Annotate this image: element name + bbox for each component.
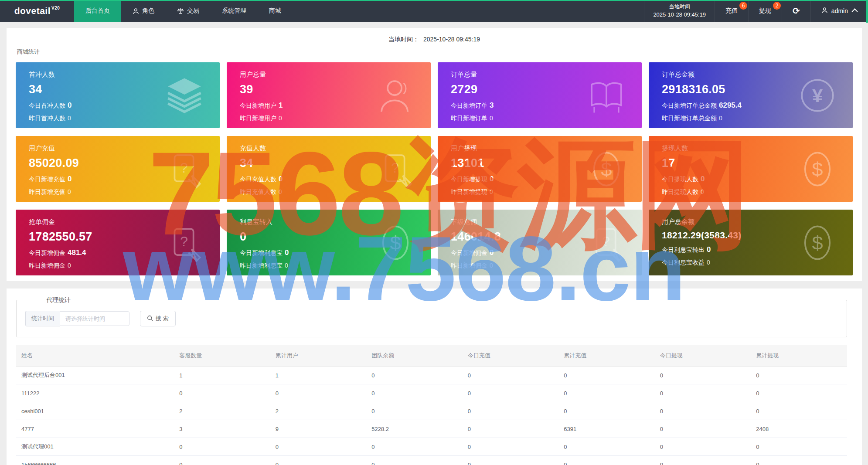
col-total-users: 累计用户 [270,345,367,367]
svg-text:$: $ [601,158,612,180]
stat-card-user-recharge: 用户充值 85020.09 今日新增充值0 昨日新增充值0 ? [16,136,220,202]
edit-doc-icon: ? [375,149,416,190]
agent-filter-row: 统计时间 搜 索 [25,311,176,326]
svg-text:¥: ¥ [812,85,823,106]
dollar-circle-icon: $ [586,149,627,190]
svg-text:$: $ [812,231,823,254]
scales-icon [177,7,184,14]
recharge-badge: 6 [739,2,747,10]
agent-table: 姓名 客服数量 累计用户 团队余额 今日充值 累计充值 今日提现 累计提现 测试… [16,345,847,465]
table-header-row: 姓名 客服数量 累计用户 团队余额 今日充值 累计充值 今日提现 累计提现 [16,345,847,367]
search-icon [147,315,153,322]
agent-stats-legend: 代理统计 [41,296,76,304]
local-time-value: 2025-10-28 09:45:19 [653,10,706,19]
menu-item-dashboard[interactable]: 后台首页 [74,0,121,22]
svg-text:?: ? [180,233,188,249]
col-today-withdraw: 今日提现 [655,345,751,367]
stat-card-total-orders: 订单总量 2729 今日新增订单3 昨日新增订单0 [438,62,642,128]
refresh-icon: ⟳ [793,6,800,16]
dollar-circle-icon: $ [797,222,838,263]
svg-text:?: ? [391,160,399,175]
table-row: 4777395228.20639102408 [16,420,847,438]
main-menu: 后台首页 角色 交易 系统管理 商城 [74,0,293,22]
agent-stats-fieldset: 代理统计 统计时间 搜 索 [16,300,847,337]
dollar-circle-icon: $ [375,222,416,263]
table-row: 1112220000000 [16,384,847,402]
yen-circle-icon: ¥ [797,75,838,116]
stat-card-grab-commission: 抢单佣金 1782550.57 今日新增佣金481.4 昨日新增佣金0 ? [16,210,220,275]
stat-card-interest-transfer-in: 利息宝转入 0 今日新增利息宝0 昨日新增利息宝0 $ [227,210,431,275]
stat-cards-grid: 首冲人数 34 今日首冲人数0 昨日首冲人数0 用户总量 39 今日新增用户1 … [16,62,853,275]
app-logo: dovetailV20 [0,0,74,22]
withdraw-badge: 2 [773,2,781,10]
navbar-right: 当地时间 2025-10-28 09:45:19 充值 6 提现 2 ⟳ adm… [644,0,868,22]
table-row: 测试代理0010000000 [16,438,847,456]
edit-doc-icon: ? [586,222,627,263]
edit-doc-icon: ? [164,222,205,263]
col-team-balance: 团队余额 [366,345,463,367]
menu-item-roles[interactable]: 角色 [121,0,166,22]
col-total-withdraw: 累计提现 [751,345,847,367]
person-icon [133,8,139,14]
table-row: 测试代理后台0011100000 [16,367,847,384]
local-time-block: 当地时间 2025-10-28 09:45:19 [644,0,715,22]
search-button[interactable]: 搜 索 [140,311,176,326]
logo-version: V20 [51,6,60,10]
col-total-recharge: 累计充值 [558,345,655,367]
svg-text:$: $ [812,158,823,180]
username: admin [831,7,848,14]
user-menu[interactable]: admin [811,0,868,22]
table-row: 156666666660000000 [16,456,847,465]
menu-item-system[interactable]: 系统管理 [211,0,258,22]
stat-card-first-recharge-users: 首冲人数 34 今日首冲人数0 昨日首冲人数0 [16,62,220,128]
logo-text: dovetail [14,6,51,16]
svg-text:?: ? [180,160,188,175]
top-progress-line [0,0,868,1]
local-time-line: 当地时间：2025-10-28 09:45:19 [7,36,862,44]
open-book-icon [586,75,627,116]
agent-stats-panel: 代理统计 统计时间 搜 索 姓名 客服数量 累计用户 团队余额 今日充值 [7,289,862,465]
svg-text:?: ? [602,233,610,249]
recharge-nav-button[interactable]: 充值 6 [715,0,748,22]
stat-card-user-withdraw: 用户提现 13101 今日新增提现0 昨日新增提现0 $ [438,136,642,202]
svg-text:$: $ [390,231,401,254]
edit-doc-icon: ? [164,149,205,190]
local-time-label: 当地时间 [669,3,690,11]
col-service-count: 客服数量 [174,345,270,367]
col-today-recharge: 今日充值 [463,345,559,367]
col-name: 姓名 [16,345,174,367]
stat-card-sub-rebate: 下级返佣 146014.8 今日新增佣金0 昨日新增佣金0 ? [438,210,642,275]
withdraw-nav-button[interactable]: 提现 2 [749,0,782,22]
chevron-up-icon [852,8,858,14]
stat-card-withdraw-users: 提现人数 17 今日提现人数0 昨日提现人数0 $ [649,136,853,202]
mall-stats-panel: 当地时间：2025-10-28 09:45:19 商城统计 首冲人数 34 今日… [7,28,862,281]
stat-card-total-order-amount: 订单总金额 2918316.05 今日新增订单总金额6295.4 昨日新增订单总… [649,62,853,128]
user-icon [375,75,416,116]
user-icon [821,7,828,15]
layers-icon [164,75,205,116]
menu-item-trade[interactable]: 交易 [166,0,211,22]
top-navbar: dovetailV20 后台首页 角色 交易 系统管理 商城 [0,0,868,22]
refresh-button[interactable]: ⟳ [782,0,810,22]
stat-card-total-users: 用户总量 39 今日新增用户1 昨日新增用户0 [227,62,431,128]
dollar-circle-icon: $ [797,149,838,190]
stat-time-label: 统计时间 [25,311,60,326]
stats-section-title: 商城统计 [17,48,40,56]
table-row: ceshi0012200000 [16,402,847,420]
scrollbar-thumb[interactable] [866,0,868,23]
stat-card-recharge-users: 充值人数 34 今日充值人数0 昨日充值人数0 ? [227,136,431,202]
menu-item-mall[interactable]: 商城 [258,0,293,22]
stat-time-input[interactable] [60,311,129,326]
stat-card-user-total-balance: 用户总余额 18212.29(3583.43) 今日利息宝转出0 今日利息宝收益… [649,210,853,275]
